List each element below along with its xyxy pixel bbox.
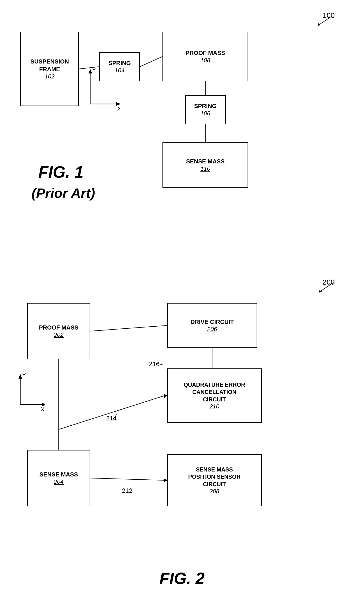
svg-line-29 <box>90 478 165 480</box>
svg-marker-23 <box>164 394 167 398</box>
svg-line-0 <box>319 16 332 25</box>
svg-text:214: 214 <box>106 415 117 422</box>
svg-line-22 <box>59 396 165 429</box>
svg-text:216: 216 <box>149 360 160 368</box>
fig2-connectors: 214 216 212 <box>9 276 280 547</box>
fig1-container: 100 SUSPENSIONFRAME 102 SPRING 104 PROOF… <box>9 9 355 269</box>
svg-marker-30 <box>164 479 168 482</box>
fig2-container: 200 PROOF MASS 202 DRIVE CIRCUIT 206 QUA… <box>9 276 355 592</box>
page: 100 SUSPENSIONFRAME 102 SPRING 104 PROOF… <box>0 0 364 594</box>
svg-line-8 <box>79 67 99 69</box>
svg-text:212: 212 <box>122 487 132 494</box>
svg-line-12 <box>320 283 333 291</box>
svg-line-20 <box>90 325 167 331</box>
fig1-ref-arrow <box>314 14 341 27</box>
fig1-connectors <box>9 9 280 212</box>
svg-line-9 <box>140 56 162 67</box>
fig2-title: FIG. 2 <box>159 569 204 588</box>
fig2-ref-arrow <box>315 280 343 294</box>
